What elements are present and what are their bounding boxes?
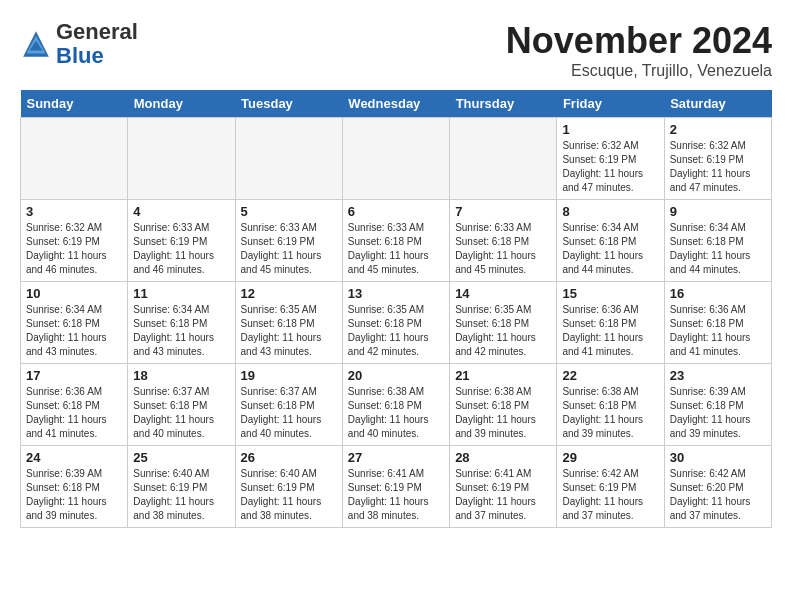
day-info: Sunrise: 6:32 AM Sunset: 6:19 PM Dayligh… (26, 221, 122, 277)
calendar-cell: 16Sunrise: 6:36 AM Sunset: 6:18 PM Dayli… (664, 282, 771, 364)
calendar-cell: 2Sunrise: 6:32 AM Sunset: 6:19 PM Daylig… (664, 118, 771, 200)
day-number: 12 (241, 286, 337, 301)
day-info: Sunrise: 6:35 AM Sunset: 6:18 PM Dayligh… (241, 303, 337, 359)
day-info: Sunrise: 6:41 AM Sunset: 6:19 PM Dayligh… (348, 467, 444, 523)
month-title: November 2024 (506, 20, 772, 62)
calendar-cell: 10Sunrise: 6:34 AM Sunset: 6:18 PM Dayli… (21, 282, 128, 364)
title-block: November 2024 Escuque, Trujillo, Venezue… (506, 20, 772, 80)
day-number: 20 (348, 368, 444, 383)
calendar-cell: 18Sunrise: 6:37 AM Sunset: 6:18 PM Dayli… (128, 364, 235, 446)
calendar-cell: 14Sunrise: 6:35 AM Sunset: 6:18 PM Dayli… (450, 282, 557, 364)
day-info: Sunrise: 6:36 AM Sunset: 6:18 PM Dayligh… (670, 303, 766, 359)
calendar-cell: 4Sunrise: 6:33 AM Sunset: 6:19 PM Daylig… (128, 200, 235, 282)
calendar-cell: 29Sunrise: 6:42 AM Sunset: 6:19 PM Dayli… (557, 446, 664, 528)
day-header-monday: Monday (128, 90, 235, 118)
day-info: Sunrise: 6:36 AM Sunset: 6:18 PM Dayligh… (562, 303, 658, 359)
calendar-cell: 28Sunrise: 6:41 AM Sunset: 6:19 PM Dayli… (450, 446, 557, 528)
logo-general-text: General (56, 19, 138, 44)
day-info: Sunrise: 6:35 AM Sunset: 6:18 PM Dayligh… (455, 303, 551, 359)
day-number: 9 (670, 204, 766, 219)
calendar-week-4: 17Sunrise: 6:36 AM Sunset: 6:18 PM Dayli… (21, 364, 772, 446)
day-info: Sunrise: 6:32 AM Sunset: 6:19 PM Dayligh… (670, 139, 766, 195)
calendar-cell: 21Sunrise: 6:38 AM Sunset: 6:18 PM Dayli… (450, 364, 557, 446)
calendar-cell: 20Sunrise: 6:38 AM Sunset: 6:18 PM Dayli… (342, 364, 449, 446)
logo-blue-text: Blue (56, 43, 104, 68)
day-header-saturday: Saturday (664, 90, 771, 118)
day-info: Sunrise: 6:33 AM Sunset: 6:18 PM Dayligh… (348, 221, 444, 277)
day-number: 23 (670, 368, 766, 383)
calendar-cell: 6Sunrise: 6:33 AM Sunset: 6:18 PM Daylig… (342, 200, 449, 282)
day-info: Sunrise: 6:36 AM Sunset: 6:18 PM Dayligh… (26, 385, 122, 441)
day-number: 22 (562, 368, 658, 383)
day-info: Sunrise: 6:40 AM Sunset: 6:19 PM Dayligh… (133, 467, 229, 523)
calendar-cell: 9Sunrise: 6:34 AM Sunset: 6:18 PM Daylig… (664, 200, 771, 282)
calendar-cell: 27Sunrise: 6:41 AM Sunset: 6:19 PM Dayli… (342, 446, 449, 528)
day-number: 10 (26, 286, 122, 301)
calendar-cell (342, 118, 449, 200)
day-info: Sunrise: 6:33 AM Sunset: 6:18 PM Dayligh… (455, 221, 551, 277)
calendar-cell: 12Sunrise: 6:35 AM Sunset: 6:18 PM Dayli… (235, 282, 342, 364)
calendar-header-row: SundayMondayTuesdayWednesdayThursdayFrid… (21, 90, 772, 118)
day-number: 30 (670, 450, 766, 465)
day-number: 16 (670, 286, 766, 301)
calendar-cell (128, 118, 235, 200)
day-info: Sunrise: 6:41 AM Sunset: 6:19 PM Dayligh… (455, 467, 551, 523)
day-number: 2 (670, 122, 766, 137)
calendar-week-2: 3Sunrise: 6:32 AM Sunset: 6:19 PM Daylig… (21, 200, 772, 282)
calendar-cell: 26Sunrise: 6:40 AM Sunset: 6:19 PM Dayli… (235, 446, 342, 528)
day-info: Sunrise: 6:33 AM Sunset: 6:19 PM Dayligh… (133, 221, 229, 277)
day-header-sunday: Sunday (21, 90, 128, 118)
calendar-cell: 7Sunrise: 6:33 AM Sunset: 6:18 PM Daylig… (450, 200, 557, 282)
calendar-cell (235, 118, 342, 200)
calendar-cell: 8Sunrise: 6:34 AM Sunset: 6:18 PM Daylig… (557, 200, 664, 282)
calendar-week-1: 1Sunrise: 6:32 AM Sunset: 6:19 PM Daylig… (21, 118, 772, 200)
day-number: 24 (26, 450, 122, 465)
day-info: Sunrise: 6:38 AM Sunset: 6:18 PM Dayligh… (455, 385, 551, 441)
day-info: Sunrise: 6:40 AM Sunset: 6:19 PM Dayligh… (241, 467, 337, 523)
day-header-wednesday: Wednesday (342, 90, 449, 118)
calendar-cell: 23Sunrise: 6:39 AM Sunset: 6:18 PM Dayli… (664, 364, 771, 446)
calendar-cell: 25Sunrise: 6:40 AM Sunset: 6:19 PM Dayli… (128, 446, 235, 528)
day-info: Sunrise: 6:39 AM Sunset: 6:18 PM Dayligh… (670, 385, 766, 441)
day-number: 25 (133, 450, 229, 465)
calendar-cell: 15Sunrise: 6:36 AM Sunset: 6:18 PM Dayli… (557, 282, 664, 364)
calendar-cell: 17Sunrise: 6:36 AM Sunset: 6:18 PM Dayli… (21, 364, 128, 446)
calendar-cell: 19Sunrise: 6:37 AM Sunset: 6:18 PM Dayli… (235, 364, 342, 446)
calendar-cell: 1Sunrise: 6:32 AM Sunset: 6:19 PM Daylig… (557, 118, 664, 200)
day-info: Sunrise: 6:38 AM Sunset: 6:18 PM Dayligh… (348, 385, 444, 441)
calendar-cell (21, 118, 128, 200)
day-info: Sunrise: 6:35 AM Sunset: 6:18 PM Dayligh… (348, 303, 444, 359)
day-info: Sunrise: 6:34 AM Sunset: 6:18 PM Dayligh… (670, 221, 766, 277)
day-info: Sunrise: 6:34 AM Sunset: 6:18 PM Dayligh… (133, 303, 229, 359)
calendar-cell: 24Sunrise: 6:39 AM Sunset: 6:18 PM Dayli… (21, 446, 128, 528)
calendar-cell: 11Sunrise: 6:34 AM Sunset: 6:18 PM Dayli… (128, 282, 235, 364)
day-info: Sunrise: 6:42 AM Sunset: 6:19 PM Dayligh… (562, 467, 658, 523)
calendar-cell: 3Sunrise: 6:32 AM Sunset: 6:19 PM Daylig… (21, 200, 128, 282)
day-info: Sunrise: 6:34 AM Sunset: 6:18 PM Dayligh… (562, 221, 658, 277)
calendar-week-5: 24Sunrise: 6:39 AM Sunset: 6:18 PM Dayli… (21, 446, 772, 528)
day-number: 21 (455, 368, 551, 383)
day-number: 7 (455, 204, 551, 219)
calendar-cell (450, 118, 557, 200)
day-info: Sunrise: 6:37 AM Sunset: 6:18 PM Dayligh… (133, 385, 229, 441)
day-info: Sunrise: 6:37 AM Sunset: 6:18 PM Dayligh… (241, 385, 337, 441)
day-number: 18 (133, 368, 229, 383)
day-info: Sunrise: 6:34 AM Sunset: 6:18 PM Dayligh… (26, 303, 122, 359)
day-number: 5 (241, 204, 337, 219)
location-subtitle: Escuque, Trujillo, Venezuela (506, 62, 772, 80)
calendar-table: SundayMondayTuesdayWednesdayThursdayFrid… (20, 90, 772, 528)
calendar-body: 1Sunrise: 6:32 AM Sunset: 6:19 PM Daylig… (21, 118, 772, 528)
calendar-cell: 13Sunrise: 6:35 AM Sunset: 6:18 PM Dayli… (342, 282, 449, 364)
day-info: Sunrise: 6:39 AM Sunset: 6:18 PM Dayligh… (26, 467, 122, 523)
day-header-tuesday: Tuesday (235, 90, 342, 118)
day-number: 26 (241, 450, 337, 465)
day-number: 6 (348, 204, 444, 219)
day-number: 8 (562, 204, 658, 219)
day-number: 13 (348, 286, 444, 301)
day-number: 14 (455, 286, 551, 301)
day-info: Sunrise: 6:38 AM Sunset: 6:18 PM Dayligh… (562, 385, 658, 441)
day-number: 11 (133, 286, 229, 301)
calendar-cell: 22Sunrise: 6:38 AM Sunset: 6:18 PM Dayli… (557, 364, 664, 446)
day-number: 27 (348, 450, 444, 465)
day-number: 29 (562, 450, 658, 465)
